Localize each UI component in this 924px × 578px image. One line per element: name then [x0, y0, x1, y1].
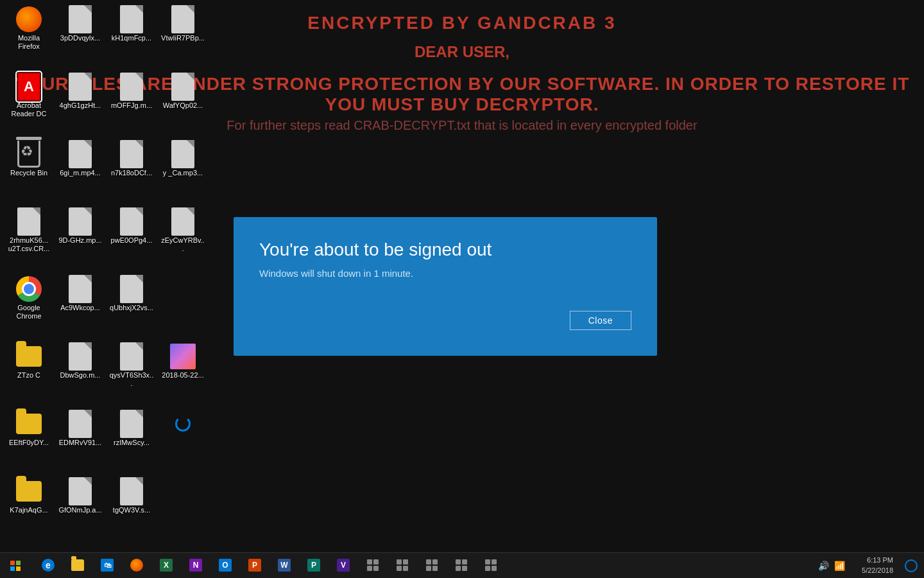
icon-label: 3pDDvqylx... — [60, 34, 100, 42]
taskbar-outlook[interactable]: O — [210, 553, 240, 579]
desktop-icon-qysvt6sh3x[interactable]: qysVT6Sh3x... — [106, 340, 157, 391]
svg-rect-2 — [10, 566, 15, 571]
icon-label: 2rhmuK56... u2T.csv.CR... — [6, 236, 51, 253]
icon-label: EEftF0yDY... — [9, 439, 49, 447]
desktop-icon-zeycwyrb[interactable]: zEyCwYRBv... — [157, 206, 209, 256]
close-button[interactable]: Close — [570, 311, 631, 330]
desktop-icon-6gi_m_mp4[interactable]: 6gi_m.mp4... — [55, 138, 106, 180]
taskbar-pinned-apps: e 🛍 X N O P W — [31, 553, 818, 579]
desktop-icon-9d-ghz-mp[interactable]: 9D-GHz.mp... — [55, 206, 106, 248]
desktop-icon-2rhmuk56[interactable]: 2rhmuK56... u2T.csv.CR... — [3, 206, 55, 256]
desktop-icon-vtwiir7pbp[interactable]: VtwIiR7PBp... — [157, 3, 209, 46]
taskbar-app3[interactable] — [417, 553, 447, 579]
start-button[interactable] — [0, 553, 31, 579]
desktop-icon-gfonmjpa[interactable]: GfONmJp.a... — [55, 475, 106, 518]
desktop-icon-ztzo-c[interactable]: ZTzo C — [3, 340, 55, 383]
desktop-icon-moffjg[interactable]: mOFFJg.m... — [106, 71, 157, 113]
system-tray: 🔊 📶 6:13 PM 5/22/2018 — [818, 556, 924, 575]
file-icon — [69, 73, 92, 101]
file-icon — [69, 275, 92, 303]
desktop-icon-kh1qmfcp[interactable]: kH1qmFcp... — [106, 3, 157, 46]
icon-label: 4ghG1gzHt... — [60, 101, 101, 110]
svg-rect-3 — [16, 566, 21, 571]
excel-icon: X — [160, 559, 173, 572]
icon-label: zEyCwYRBv... — [160, 236, 205, 253]
desktop-icon-dbwsgo[interactable]: DbwSgo.m... — [55, 340, 106, 383]
taskbar-word[interactable]: W — [270, 553, 299, 579]
desktop-icon-pwe0opg4[interactable]: pwE0OPg4... — [106, 206, 157, 248]
icon-label: rzIMwScy... — [114, 439, 150, 447]
file-icon — [69, 5, 92, 33]
desktop-icons-area: Mozilla Firefox 3pDDvqylx... kH1qmFcp...… — [0, 0, 205, 552]
file-icon — [171, 207, 194, 236]
volume-icon[interactable]: 🔊 — [818, 561, 829, 571]
desktop-icon-eeftf0ydy[interactable]: EEftF0yDY... — [3, 408, 55, 450]
desktop-icon-qubhxjx2vs[interactable]: qUbhxjX2vs... — [106, 273, 157, 315]
taskbar-visio[interactable]: V — [329, 553, 358, 579]
taskbar-app5[interactable] — [476, 553, 506, 579]
icon-label: Mozilla Firefox — [6, 34, 51, 51]
windows-spinner-icon — [175, 416, 191, 432]
app2-icon — [397, 559, 408, 571]
icon-image — [170, 209, 196, 234]
file-icon — [120, 73, 143, 101]
desktop-icon-google-chrome[interactable]: Google Chrome — [3, 273, 55, 324]
file-icon — [69, 342, 92, 371]
file-icon — [120, 410, 143, 438]
system-clock[interactable]: 6:13 PM 5/22/2018 — [857, 556, 898, 575]
taskbar-store[interactable]: 🛍 — [92, 553, 122, 579]
icon-label: K7ajnAqG... — [10, 506, 47, 514]
taskbar-powerpoint[interactable]: P — [240, 553, 270, 579]
desktop-icon-acrobat-reader[interactable]: A Acrobat Reader DC — [3, 71, 55, 121]
desktop-icon-rzimwscy[interactable]: rzIMwScy... — [106, 408, 157, 450]
desktop-icon-y_ca_mp3[interactable]: y _Ca.mp3... — [157, 138, 209, 180]
file-icon — [120, 477, 143, 505]
taskbar-firefox[interactable] — [122, 553, 151, 579]
desktop-icon-mozilla-firefox[interactable]: Mozilla Firefox — [3, 3, 55, 54]
icon-label: Acrobat Reader DC — [6, 101, 51, 118]
desktop-icon-edmrvv91[interactable]: EDMRvV91... — [55, 408, 106, 450]
acrobat-icon: A — [17, 73, 40, 101]
file-icon — [120, 5, 143, 33]
icon-image — [119, 411, 144, 437]
taskbar-app4[interactable] — [447, 553, 476, 579]
file-icon — [171, 140, 194, 168]
icon-image — [170, 6, 196, 32]
desktop-icon-3pddvqybx[interactable]: 3pDDvqylx... — [55, 3, 106, 46]
desktop-icon-n7k18odcf[interactable]: n7k18oDCf... — [106, 138, 157, 180]
chrome-icon — [16, 276, 42, 302]
icon-label: pwE0OPg4... — [111, 236, 153, 245]
desktop-icon-recycle-bin[interactable]: Recycle Bin — [3, 138, 55, 180]
icon-image — [119, 6, 144, 32]
desktop-icon-2018-05-22[interactable]: 2018-05-22... — [157, 340, 209, 383]
taskbar-publisher[interactable]: P — [299, 553, 329, 579]
taskbar-app2[interactable] — [388, 553, 417, 579]
desktop-icon-tgqw3v[interactable]: tgQW3V.s... — [106, 475, 157, 518]
desktop-icon-ac9wkcop[interactable]: Ac9Wkcop... — [55, 273, 106, 315]
onenote-icon: N — [189, 559, 202, 572]
taskbar-onenote[interactable]: N — [181, 553, 210, 579]
taskbar-explorer[interactable] — [63, 553, 92, 579]
desktop-icon-win-spinner[interactable] — [157, 408, 209, 442]
taskbar-edge[interactable]: e — [33, 553, 63, 579]
dialog-title: You're about to be signed out — [259, 240, 631, 260]
icon-image — [170, 74, 196, 100]
outlook-icon: O — [219, 559, 232, 572]
icon-image — [16, 141, 42, 167]
network-icon[interactable]: 📶 — [834, 561, 845, 571]
desktop-icon-k7ajnaqg[interactable]: K7ajnAqG... — [3, 475, 55, 518]
taskbar: e 🛍 X N O P W — [0, 552, 924, 578]
desktop-icon-wafyqp02[interactable]: WafYQp02... — [157, 71, 209, 113]
notifications-icon[interactable] — [905, 559, 918, 572]
icon-image — [119, 209, 144, 234]
taskbar-app1[interactable] — [358, 553, 388, 579]
publisher-icon: P — [307, 559, 320, 572]
file-icon — [69, 140, 92, 168]
taskbar-excel[interactable]: X — [151, 553, 181, 579]
desktop-icon-4ghg1gzht[interactable]: 4ghG1gzHt... — [55, 71, 106, 113]
icon-image — [16, 411, 42, 437]
file-icon — [69, 410, 92, 438]
icon-label: y _Ca.mp3... — [163, 169, 203, 177]
icon-label: Recycle Bin — [10, 169, 47, 177]
icon-image — [67, 74, 93, 100]
